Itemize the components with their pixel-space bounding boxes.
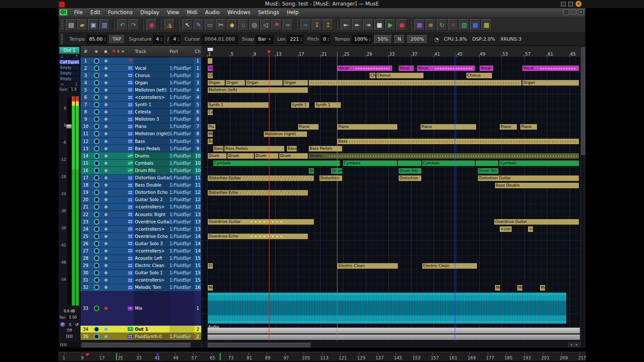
record-arm-button[interactable]	[91, 175, 102, 181]
track-row-16[interactable]: 16Drum fills1:FluidSyr10	[80, 167, 201, 174]
track-row-10[interactable]: 10Piano1:FluidSyr7	[80, 123, 201, 131]
mute-button[interactable]	[102, 103, 110, 106]
record-arm-button[interactable]	[91, 109, 102, 115]
pencil-tool-button[interactable]: ✎	[194, 19, 204, 30]
pre-fader-icon[interactable]: ↧	[75, 81, 78, 87]
mixer-toggle-button[interactable]: ▦	[414, 19, 425, 30]
bigtime-toggle-button[interactable]: ▦	[470, 19, 480, 30]
record-arm-button[interactable]	[91, 65, 102, 71]
track-name[interactable]: Acoustic Left	[134, 255, 170, 262]
mute-button[interactable]	[102, 286, 110, 289]
track-name[interactable]: Mellotron (left)	[134, 86, 170, 93]
tracklist-scrollbar[interactable]	[80, 342, 201, 347]
mute-button[interactable]	[102, 335, 110, 338]
output-track-button[interactable]: Out 1	[59, 47, 80, 54]
clip[interactable]: Me	[207, 131, 213, 137]
clip[interactable]: El	[207, 263, 213, 269]
track-name[interactable]: Distortion Echo	[134, 189, 170, 196]
clip[interactable]: Ce	[207, 109, 213, 116]
track-row-30[interactable]: 30Guitar Solo 11:FluidSyr15	[80, 270, 201, 277]
len-spinbox[interactable]: 221 ▴▾	[287, 35, 303, 44]
clip[interactable]: Drum fills	[398, 168, 422, 174]
track-row-32[interactable]: 32Melodic Tom1:FluidSyr16	[80, 284, 201, 291]
clip[interactable]: Mellotron (right)	[263, 131, 307, 137]
track-name[interactable]: Celesta	[134, 109, 170, 116]
power-icon[interactable]: ↺	[75, 322, 78, 327]
track-name[interactable]: Bass	[134, 138, 170, 145]
header-record-icon[interactable]: ◉	[95, 49, 98, 53]
header-mute-icon[interactable]: ●	[104, 49, 107, 53]
mute-button[interactable]	[102, 140, 110, 143]
track-name[interactable]: <controllers>	[134, 226, 170, 232]
record-arm-button[interactable]	[91, 248, 102, 254]
clip[interactable]: Pia	[207, 124, 216, 130]
record-arm-button[interactable]	[91, 212, 102, 217]
record-arm-button[interactable]	[91, 270, 102, 276]
arranger-horizontal-scrollbar[interactable]: ◂ ▸	[201, 342, 580, 347]
clip[interactable]: Cymbals	[422, 160, 475, 166]
track-port[interactable]: 1:FluidSyr	[170, 131, 194, 137]
close-button[interactable]: ×	[575, 1, 581, 7]
track-row-25[interactable]: 25Overdrive Echo1:FluidSyr14	[80, 233, 201, 240]
track-name[interactable]: Mellotron (right)	[134, 131, 170, 137]
tracklist-scrollbar-thumb[interactable]	[82, 343, 191, 347]
redo-button[interactable]: ↷	[128, 19, 139, 30]
clip[interactable]: Overdrive Guitar	[207, 219, 314, 225]
subwindow-restore-button[interactable]: ▢	[571, 9, 576, 15]
clip[interactable]: Me	[540, 285, 546, 291]
track-row-24[interactable]: 24<controllers>1:FluidSyr13	[80, 226, 201, 233]
track-name[interactable]: Guitar Solo 2	[134, 196, 170, 203]
menu-help[interactable]: Help	[283, 9, 302, 16]
listen-tool-button[interactable]: ◁	[260, 19, 271, 30]
mute-button[interactable]	[102, 307, 110, 310]
track-port[interactable]: 1:FluidSyr	[170, 226, 194, 232]
clip[interactable]: Drum	[331, 168, 343, 174]
clip[interactable]: Overdrive Guitar	[494, 219, 579, 225]
record-arm-button[interactable]	[91, 197, 102, 202]
track-name[interactable]: Bass Double	[134, 182, 170, 189]
mute-button[interactable]	[102, 154, 110, 157]
record-arm-button[interactable]	[91, 102, 102, 107]
track-port[interactable]: 1:FluidSyr	[170, 167, 194, 174]
mute-button[interactable]	[102, 118, 110, 121]
track-port[interactable]	[170, 57, 194, 64]
track-list-header[interactable]: # ◉ ● ⚑ ↯ ≡ Track Port Ch	[80, 46, 201, 57]
menu-audio[interactable]: Audio	[201, 9, 224, 16]
mute-button[interactable]	[102, 242, 110, 245]
record-arm-button[interactable]	[91, 124, 102, 129]
track-port[interactable]	[170, 291, 194, 325]
clip[interactable]: Distortion Echo	[207, 190, 308, 196]
tempo-scale-spinbox[interactable]: 100% ▴▾	[352, 35, 372, 44]
mute-button[interactable]	[102, 205, 110, 208]
toolbar-handle[interactable]	[61, 20, 63, 30]
menu-midi[interactable]: Midi	[183, 9, 201, 16]
effect-slot[interactable]: Empty	[59, 71, 80, 76]
record-arm-button[interactable]	[91, 234, 102, 239]
track-port[interactable]: 1:FluidSyr	[170, 211, 194, 218]
menu-display[interactable]: Display	[137, 9, 163, 16]
mute-button[interactable]	[102, 59, 110, 62]
track-row-14[interactable]: 14Drums1:FluidSyr10	[80, 152, 201, 160]
arranger-lanes[interactable]: VoVocalVocalVocalVocalVocalChChChorusCho…	[201, 57, 580, 342]
track-row-33[interactable]: 33≈Mix1	[80, 291, 201, 326]
track-row-18[interactable]: 18Bass Double1:FluidSyr11	[80, 182, 201, 189]
record-arm-button[interactable]	[91, 255, 102, 261]
tap-button[interactable]: TAP	[109, 35, 125, 44]
clip[interactable]: Me	[207, 285, 213, 291]
horizontal-scrollbar-thumb[interactable]	[208, 343, 310, 347]
track-port[interactable]: 1:FluidSyr	[170, 333, 194, 340]
mute-button[interactable]	[102, 132, 110, 135]
updown-arrows-icon[interactable]: ⇅	[69, 322, 72, 327]
clip[interactable]: Vo	[207, 65, 213, 71]
header-port[interactable]: Port	[170, 46, 194, 57]
track-name[interactable]: Melodic Tom	[134, 284, 170, 291]
track-port[interactable]: 1:FluidSyr	[170, 182, 194, 189]
pan-value[interactable]: 0.00	[66, 315, 79, 320]
track-port[interactable]: 1:FluidSyr	[170, 233, 194, 240]
pitch-spinbox[interactable]: 0 ▴▾	[321, 35, 331, 44]
clip[interactable]: Organ	[225, 80, 245, 86]
mute-button[interactable]	[102, 271, 110, 274]
marker-tool-button[interactable]: ⚑	[271, 19, 282, 30]
track-row-19[interactable]: 19Distortion Echo1:FluidSyr12	[80, 189, 201, 196]
record-arm-button[interactable]	[91, 131, 102, 136]
